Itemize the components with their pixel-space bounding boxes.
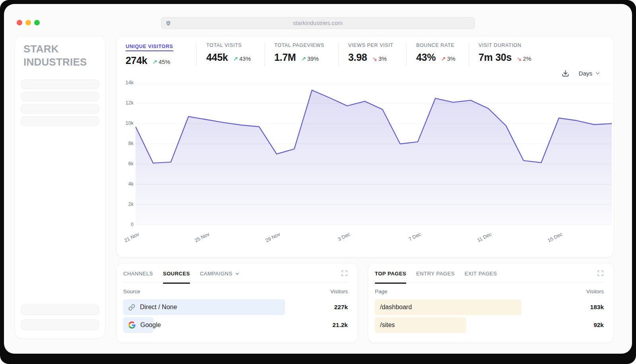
stat-value-row: 7m 30s↘2% [479,52,531,63]
list-item-direct-none[interactable]: Direct / None227k [123,299,348,315]
stat-value: 43% [416,52,436,63]
stat-label: UNIQUE VISITORS [126,44,173,51]
row-value: 92k [593,321,604,329]
trend-down-icon: ↘ [372,55,377,62]
tab-label: EXIT PAGES [465,271,497,277]
stat-total-visits[interactable]: TOTAL VISITS445k↗43% [197,43,265,66]
expand-button[interactable] [597,270,604,277]
url-text: starkindustries.com [171,20,471,26]
brand-line-1: STARK [23,43,99,56]
tab-entry-pages[interactable]: ENTRY PAGES [416,271,455,277]
tab-label: TOP PAGES [375,271,406,277]
sources-tabs: CHANNELSSOURCESCAMPAIGNS [123,271,348,283]
stat-total-pageviews[interactable]: TOTAL PAGEVIEWS1.7M↗39% [265,43,339,66]
column-visitors: Visitors [586,288,604,294]
row-label: Direct / None [140,304,177,311]
expand-icon [341,270,348,277]
stat-visit-duration[interactable]: VISIT DURATION7m 30s↘2% [469,43,543,66]
chevron-down-icon [235,271,240,277]
sources-rows: Direct / None227kGoogle21.2k [123,299,348,333]
analytics-card: UNIQUE VISITORS274k↗45%TOTAL VISITS445k↗… [116,36,614,258]
pages-table-header: Page Visitors [375,283,604,299]
row-value: 21.2k [332,321,348,329]
stat-value-row: 1.7M↗39% [274,52,338,63]
stat-value: 445k [206,52,228,63]
stat-views-per-visit[interactable]: VIEWS PER VISIT3.98↘3% [339,43,407,66]
stat-value: 274k [126,55,147,66]
pages-rows: /dashboard183k/sites92k [375,299,604,333]
expand-button[interactable] [341,270,348,277]
y-tick-label: 6k [128,161,134,167]
stat-delta: 3% [447,56,456,62]
chevron-down-icon [595,70,601,76]
row-label: Google [140,321,161,329]
tab-label: CHANNELS [123,271,153,277]
stat-value: 3.98 [348,52,367,63]
stat-bounce-rate[interactable]: BOUNCE RATE43%↗3% [407,43,469,66]
window-traffic-lights [17,20,40,25]
sidebar-skeleton-item [21,79,99,89]
minimize-button[interactable] [25,20,31,25]
maximize-button[interactable] [34,20,40,25]
sidebar-skeleton-item [21,304,99,315]
tab-channels[interactable]: CHANNELS [123,271,153,277]
stats-row: UNIQUE VISITORS274k↗45%TOTAL VISITS445k↗… [116,36,614,66]
x-tick-label: 11 Dec [477,231,493,243]
list-item-sites[interactable]: /sites92k [375,317,604,333]
url-bar[interactable]: starkindustries.com [161,17,475,29]
interval-label: Days [579,70,592,77]
stat-value-row: 43%↗3% [416,52,469,63]
stat-trend: ↗3% [441,55,456,62]
x-tick-label: 3 Dec [337,231,351,242]
stat-value-row: 3.98↘3% [348,52,406,63]
expand-icon [597,270,604,277]
x-tick-label: 21 Nov [123,231,140,243]
chart-y-axis: 02k4k6k8k10k12k14k [121,83,134,225]
trend-up-icon: ↗ [233,55,238,62]
y-tick-label: 14k [126,80,134,85]
download-button[interactable] [562,70,569,77]
area-chart-svg [136,83,612,225]
stat-trend: ↗43% [233,55,251,62]
x-tick-label: 7 Dec [408,231,422,242]
chart-plot-area [136,83,612,225]
trend-up-icon: ↗ [152,58,157,65]
list-item-dashboard[interactable]: /dashboard183k [375,299,604,315]
stat-delta: 3% [378,56,387,62]
stat-label: TOTAL VISITS [206,43,264,48]
stat-label: TOTAL PAGEVIEWS [274,43,338,48]
sidebar-skeleton-item [21,104,99,114]
stat-delta: 43% [239,56,251,62]
close-button[interactable] [17,20,22,25]
sidebar: STARK INDUSTRIES [15,36,105,339]
list-item-google[interactable]: Google21.2k [123,317,348,333]
row-label: /dashboard [380,304,412,311]
x-tick-label: 25 Nov [194,231,211,243]
stat-value-row: 445k↗43% [206,52,264,63]
stat-value: 1.7M [274,52,296,63]
tab-label: SOURCES [163,271,190,277]
trend-up-icon: ↗ [301,55,306,62]
interval-dropdown[interactable]: Days [579,70,601,77]
column-visitors: Visitors [330,288,348,294]
stat-label: VIEWS PER VISIT [348,43,406,48]
row-label: /sites [380,321,395,329]
sidebar-skeleton-item [21,92,99,101]
y-tick-label: 2k [128,201,134,207]
trend-up-icon: ↗ [441,55,446,62]
sidebar-skeleton-item [21,116,99,126]
chart-toolbar: Days [116,67,614,79]
tab-top-pages[interactable]: TOP PAGES [375,271,406,277]
browser-window: starkindustries.com STARK INDUSTRIES UNI… [4,4,632,354]
tab-campaigns[interactable]: CAMPAIGNS [200,271,240,277]
stat-label: BOUNCE RATE [416,43,469,48]
stat-unique-visitors[interactable]: UNIQUE VISITORS274k↗45% [126,43,197,66]
trend-down-icon: ↘ [517,55,522,62]
pages-tabs: TOP PAGESENTRY PAGESEXIT PAGES [375,271,604,283]
tab-sources[interactable]: SOURCES [163,271,190,277]
tab-exit-pages[interactable]: EXIT PAGES [465,271,497,277]
shield-icon [165,20,171,26]
sidebar-skeleton-item [21,319,99,330]
sidebar-nav-skeleton [21,79,99,129]
visitors-chart: 02k4k6k8k10k12k14k [116,83,614,248]
